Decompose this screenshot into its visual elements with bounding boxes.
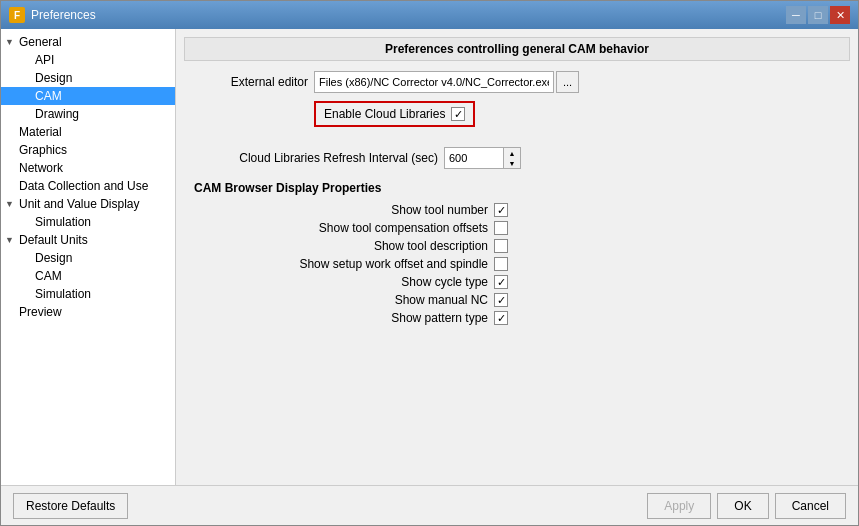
sidebar-item-default-units[interactable]: ▼ Default Units bbox=[1, 231, 175, 249]
prop-label-tool-compensation: Show tool compensation offsets bbox=[194, 221, 494, 235]
cloud-refresh-input[interactable] bbox=[444, 147, 504, 169]
sidebar-label-cam-du: CAM bbox=[35, 269, 62, 283]
prop-row-cycle-type: Show cycle type bbox=[194, 275, 850, 289]
sidebar-label-graphics: Graphics bbox=[19, 143, 67, 157]
sidebar-item-graphics[interactable]: Graphics bbox=[1, 141, 175, 159]
sidebar-label-preview: Preview bbox=[19, 305, 62, 319]
spinner-buttons: ▲ ▼ bbox=[504, 147, 521, 169]
prop-checkbox-setup-work[interactable] bbox=[494, 257, 508, 271]
minimize-button[interactable]: ─ bbox=[786, 6, 806, 24]
prop-row-setup-work: Show setup work offset and spindle bbox=[194, 257, 850, 271]
external-editor-row: External editor ... bbox=[184, 71, 850, 93]
sidebar-label-cam: CAM bbox=[35, 89, 62, 103]
close-button[interactable]: ✕ bbox=[830, 6, 850, 24]
prop-row-pattern-type: Show pattern type bbox=[194, 311, 850, 325]
prop-row-tool-description: Show tool description bbox=[194, 239, 850, 253]
prop-checkbox-manual-nc[interactable] bbox=[494, 293, 508, 307]
sidebar-label-api: API bbox=[35, 53, 54, 67]
sidebar-label-default: Default Units bbox=[19, 233, 88, 247]
prop-checkbox-tool-compensation[interactable] bbox=[494, 221, 508, 235]
prop-row-manual-nc: Show manual NC bbox=[194, 293, 850, 307]
prop-row-tool-compensation: Show tool compensation offsets bbox=[194, 221, 850, 235]
expand-icon-general: ▼ bbox=[5, 37, 19, 47]
sidebar-label-drawing: Drawing bbox=[35, 107, 79, 121]
sidebar-label-sim-du: Simulation bbox=[35, 287, 91, 301]
title-bar: F Preferences ─ □ ✕ bbox=[1, 1, 858, 29]
cam-browser-title: CAM Browser Display Properties bbox=[194, 181, 850, 195]
sidebar-item-design-du[interactable]: Design bbox=[1, 249, 175, 267]
sidebar-item-general[interactable]: ▼ General bbox=[1, 33, 175, 51]
cloud-refresh-label: Cloud Libraries Refresh Interval (sec) bbox=[184, 151, 444, 165]
cam-browser-props: CAM Browser Display Properties Show tool… bbox=[194, 177, 850, 329]
cloud-refresh-row: Cloud Libraries Refresh Interval (sec) ▲… bbox=[184, 147, 850, 169]
sidebar: ▼ General API Design CAM Drawing Mate bbox=[1, 29, 176, 485]
prop-checkbox-cycle-type[interactable] bbox=[494, 275, 508, 289]
sidebar-item-cam[interactable]: CAM bbox=[1, 87, 175, 105]
enable-cloud-checkbox[interactable] bbox=[451, 107, 465, 121]
prop-checkbox-tool-number[interactable] bbox=[494, 203, 508, 217]
footer-right: Apply OK Cancel bbox=[647, 493, 846, 519]
window-title: Preferences bbox=[31, 8, 96, 22]
sidebar-label-data: Data Collection and Use bbox=[19, 179, 148, 193]
cloud-refresh-spinner: ▲ ▼ bbox=[444, 147, 521, 169]
prop-label-setup-work: Show setup work offset and spindle bbox=[194, 257, 494, 271]
sidebar-item-network[interactable]: Network bbox=[1, 159, 175, 177]
footer: Restore Defaults Apply OK Cancel bbox=[1, 485, 858, 525]
prop-checkbox-tool-description[interactable] bbox=[494, 239, 508, 253]
sidebar-item-data-collection[interactable]: Data Collection and Use bbox=[1, 177, 175, 195]
prop-label-tool-number: Show tool number bbox=[194, 203, 494, 217]
sidebar-item-cam-du[interactable]: CAM bbox=[1, 267, 175, 285]
expand-icon-unit: ▼ bbox=[5, 199, 19, 209]
sidebar-label-network: Network bbox=[19, 161, 63, 175]
sidebar-label-design: Design bbox=[35, 71, 72, 85]
restore-defaults-button[interactable]: Restore Defaults bbox=[13, 493, 128, 519]
main-panel: Preferences controlling general CAM beha… bbox=[176, 29, 858, 485]
panel-title: Preferences controlling general CAM beha… bbox=[184, 37, 850, 61]
prop-label-cycle-type: Show cycle type bbox=[194, 275, 494, 289]
sidebar-label-sim-uv: Simulation bbox=[35, 215, 91, 229]
prop-row-tool-number: Show tool number bbox=[194, 203, 850, 217]
prop-label-pattern-type: Show pattern type bbox=[194, 311, 494, 325]
sidebar-item-preview[interactable]: Preview bbox=[1, 303, 175, 321]
prop-label-tool-description: Show tool description bbox=[194, 239, 494, 253]
sidebar-item-drawing[interactable]: Drawing bbox=[1, 105, 175, 123]
sidebar-label-design-du: Design bbox=[35, 251, 72, 265]
external-editor-input[interactable] bbox=[314, 71, 554, 93]
main-content: ▼ General API Design CAM Drawing Mate bbox=[1, 29, 858, 485]
browse-button[interactable]: ... bbox=[556, 71, 579, 93]
maximize-button[interactable]: □ bbox=[808, 6, 828, 24]
spinner-down-button[interactable]: ▼ bbox=[504, 158, 520, 168]
sidebar-label-material: Material bbox=[19, 125, 62, 139]
expand-icon-default: ▼ bbox=[5, 235, 19, 245]
sidebar-item-simulation-uv[interactable]: Simulation bbox=[1, 213, 175, 231]
cancel-button[interactable]: Cancel bbox=[775, 493, 846, 519]
sidebar-item-simulation-du[interactable]: Simulation bbox=[1, 285, 175, 303]
prop-label-manual-nc: Show manual NC bbox=[194, 293, 494, 307]
app-icon: F bbox=[9, 7, 25, 23]
external-editor-label: External editor bbox=[184, 75, 314, 89]
sidebar-item-material[interactable]: Material bbox=[1, 123, 175, 141]
spinner-up-button[interactable]: ▲ bbox=[504, 148, 520, 158]
sidebar-item-design[interactable]: Design bbox=[1, 69, 175, 87]
sidebar-label-unit: Unit and Value Display bbox=[19, 197, 140, 211]
enable-cloud-label: Enable Cloud Libraries bbox=[324, 107, 445, 121]
preferences-window: F Preferences ─ □ ✕ ▼ General API Design bbox=[0, 0, 859, 526]
footer-left: Restore Defaults bbox=[13, 493, 647, 519]
apply-button[interactable]: Apply bbox=[647, 493, 711, 519]
sidebar-item-unit-value[interactable]: ▼ Unit and Value Display bbox=[1, 195, 175, 213]
window-controls: ─ □ ✕ bbox=[786, 6, 850, 24]
ok-button[interactable]: OK bbox=[717, 493, 768, 519]
sidebar-item-api[interactable]: API bbox=[1, 51, 175, 69]
prop-checkbox-pattern-type[interactable] bbox=[494, 311, 508, 325]
sidebar-label-general: General bbox=[19, 35, 62, 49]
enable-cloud-box: Enable Cloud Libraries bbox=[314, 101, 475, 127]
